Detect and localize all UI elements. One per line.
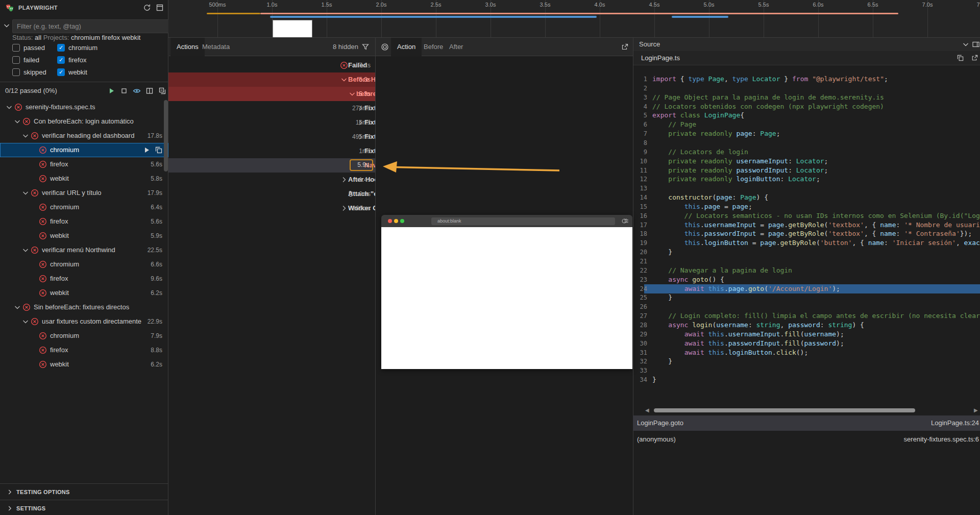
tree-item-sin-beforeeach-fixtures-directos[interactable]: Sin beforeEach: fixtures directos <box>0 300 168 314</box>
code-token: Locator <box>796 166 824 174</box>
filter-input[interactable] <box>12 19 169 33</box>
stack-frame-anonymous[interactable]: (anonymous)serenity-fixtures.spec.ts:6 <box>633 432 980 447</box>
action-row-after-hooks[interactable]: After Hooks1.4s <box>168 173 375 187</box>
test-duration: 17.8s <box>148 129 162 143</box>
tree-item-con-beforeeach-login-autom-tico[interactable]: Con beforeEach: login automático <box>0 114 168 129</box>
sidebar-scrollbar[interactable] <box>164 100 168 171</box>
action-row-before-hooks[interactable]: Before Hooks5.3s <box>168 72 375 87</box>
tree-item-webkit[interactable]: webkit6.2s <box>0 357 168 372</box>
eye-icon[interactable] <box>133 87 141 95</box>
code-line-17: 17 this.usernameInput = page.getByRole('… <box>633 220 980 230</box>
chevron-down-icon[interactable] <box>21 132 30 140</box>
chevron-right-icon[interactable] <box>340 204 348 212</box>
stack-frame-loginpage-goto[interactable]: LoginPage.gotoLoginPage.ts:24 <box>633 415 980 431</box>
refresh-icon[interactable] <box>143 4 151 12</box>
action-row-failed[interactable]: Failed7.1s <box>168 58 375 72</box>
code-text: import { type Page, type Locator } from … <box>652 75 888 84</box>
tree-item-firefox[interactable]: firefox5.6s <box>0 157 168 171</box>
source-code[interactable]: 1import { type Page, type Locator } from… <box>633 65 980 402</box>
code-token: = <box>748 239 760 247</box>
open-editors-icon[interactable] <box>156 4 164 12</box>
test-duration: 9.6s <box>151 272 162 286</box>
sidebar-section-testing-options[interactable]: TESTING OPTIONS <box>0 483 168 500</box>
action-row-navigate-to-account-login[interactable]: Navigate to "/Account/Login"5.9s <box>168 158 375 173</box>
chevron-down-icon[interactable] <box>962 40 970 48</box>
unchecked-checkbox-icon[interactable] <box>12 44 20 52</box>
tree-item-chromium[interactable]: chromium6.4s <box>0 200 168 214</box>
code-line-22: 22 // Navegar a la pagina de login <box>633 266 980 275</box>
tree-item-chromium[interactable]: chromium <box>0 143 168 157</box>
chevron-down-icon[interactable] <box>5 103 13 111</box>
tree-item-chromium[interactable]: chromium6.6s <box>0 257 168 272</box>
code-line-2: 2 <box>633 84 980 93</box>
tree-item-verificar-men-northwind[interactable]: verificar menú Northwind22.5s <box>0 243 168 257</box>
chevron-down-icon[interactable] <box>348 90 356 98</box>
chevron-down-icon[interactable] <box>21 317 30 326</box>
action-row-fixture-browser[interactable]: Fixture "browser"274ms <box>168 101 375 115</box>
action-row-beforeeach-hook[interactable]: beforeEach hook5.3s <box>168 87 375 101</box>
code-token: : <box>780 175 788 183</box>
chevron-down-icon[interactable] <box>21 246 30 254</box>
tree-item-verificar-url-y-t-tulo[interactable]: verificar URL y título17.9s <box>0 186 168 200</box>
checked-checkbox-icon[interactable]: ✓ <box>57 44 65 52</box>
action-row-fixture-context[interactable]: Fixture "context"16ms <box>168 115 375 130</box>
copy-icon[interactable] <box>957 54 964 62</box>
chevron-down-icon[interactable] <box>13 303 21 311</box>
tree-item-webkit[interactable]: webkit5.9s <box>0 229 168 243</box>
tree-item-firefox[interactable]: firefox9.6s <box>0 272 168 286</box>
tree-item-webkit[interactable]: webkit5.8s <box>0 171 168 186</box>
horizontal-scrollbar[interactable] <box>654 408 915 412</box>
action-row-attach-error-context[interactable]: Attach "error-context"0ms <box>168 187 375 201</box>
checkbox-chromium[interactable]: ✓chromium <box>57 43 97 52</box>
stop-icon[interactable] <box>120 87 128 95</box>
test-failed-icon <box>39 360 47 369</box>
code-token: password <box>804 339 836 347</box>
tree-item-usar-fixtures-custom-directamente[interactable]: usar fixtures custom directamente22.9s <box>0 314 168 329</box>
open-external-icon[interactable] <box>621 43 629 51</box>
checkbox-firefox[interactable]: ✓firefox <box>57 56 86 64</box>
open-in-editor-icon[interactable] <box>971 54 978 62</box>
pick-locator-target-icon[interactable] <box>381 43 389 51</box>
chevron-down-icon[interactable] <box>13 117 21 126</box>
tree-item-chromium[interactable]: chromium7.9s <box>0 329 168 343</box>
code-token: // Locators de login <box>652 148 748 156</box>
trace-timeline[interactable]: 500ms1.0s1.5s2.0s2.5s3.0s3.5s4.0s4.5s5.0… <box>168 0 980 37</box>
file-tab-label[interactable]: LoginPage.ts <box>641 51 680 65</box>
tree-item-label: firefox <box>50 343 68 357</box>
checkbox-skipped[interactable]: skipped <box>12 68 46 76</box>
collapse-all-icon[interactable] <box>158 87 166 95</box>
split-icon[interactable] <box>145 87 154 95</box>
copy-icon[interactable] <box>155 146 163 154</box>
tree-item-firefox[interactable]: firefox8.8s <box>0 343 168 357</box>
chevron-down-icon[interactable] <box>340 76 348 84</box>
tree-item-verificar-heading-del-dashboard[interactable]: verificar heading del dashboard17.8s <box>0 129 168 143</box>
tree-item-webkit[interactable]: webkit6.2s <box>0 286 168 300</box>
checked-checkbox-icon[interactable]: ✓ <box>57 68 65 76</box>
line-number: 11 <box>633 166 647 175</box>
action-row-fixture-page[interactable]: Fixture "page"495ms <box>168 130 375 144</box>
checked-checkbox-icon[interactable]: ✓ <box>57 56 65 64</box>
checkbox-webkit[interactable]: ✓webkit <box>57 68 87 76</box>
code-token: }); <box>960 230 972 237</box>
tree-item-serenity-fixtures-spec-ts[interactable]: serenity-fixtures.spec.ts <box>0 100 168 114</box>
tab-after[interactable]: After <box>443 38 469 56</box>
action-row-fixture-loginpage[interactable]: Fixture "loginPage"1ms <box>168 144 375 158</box>
unchecked-checkbox-icon[interactable] <box>12 56 20 64</box>
play-icon[interactable] <box>142 146 151 154</box>
code-token: ( <box>764 285 768 292</box>
chevron-down-icon[interactable] <box>21 189 30 197</box>
scroll-right-icon[interactable]: ▶ <box>974 407 978 413</box>
filter-section-chevron-icon[interactable] <box>3 21 11 30</box>
play-icon[interactable] <box>107 87 115 95</box>
checkbox-passed[interactable]: passed <box>12 43 45 52</box>
scroll-left-icon[interactable]: ◀ <box>645 407 649 413</box>
tab-metadata[interactable]: Metadata <box>196 38 236 56</box>
tree-item-firefox[interactable]: firefox5.6s <box>0 214 168 229</box>
checkbox-failed[interactable]: failed <box>12 56 39 64</box>
sidebar-section-settings[interactable]: SETTINGS <box>0 500 168 515</box>
chevron-right-icon[interactable] <box>340 176 348 184</box>
filter-funnel-icon[interactable] <box>361 43 370 51</box>
action-row-worker-cleanup[interactable]: Worker Cleanup361ms <box>168 201 375 215</box>
panel-layout-icon[interactable] <box>972 40 980 48</box>
unchecked-checkbox-icon[interactable] <box>12 68 20 76</box>
